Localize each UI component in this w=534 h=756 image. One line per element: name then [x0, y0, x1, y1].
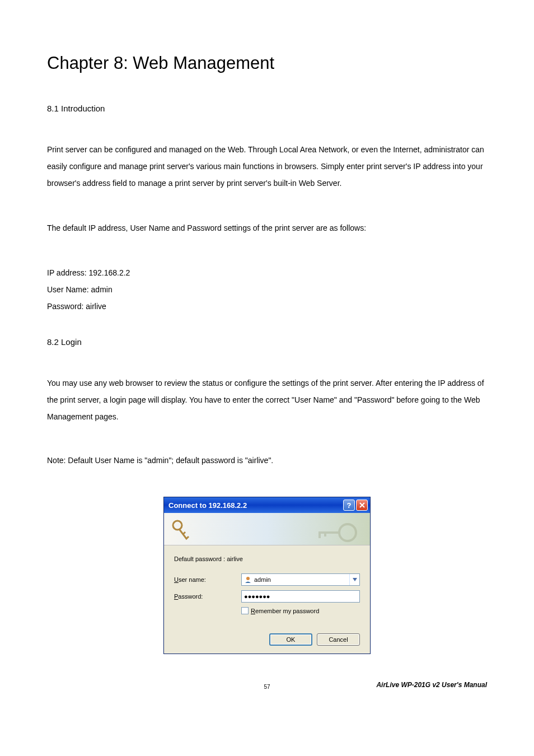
page-number: 57 — [0, 684, 534, 690]
password-label: Password: — [174, 593, 241, 600]
default-settings-block: IP address: 192.168.2.2 User Name: admin… — [47, 264, 487, 315]
help-button[interactable]: ? — [343, 500, 355, 511]
intro-paragraph-2: The default IP address, User Name and Pa… — [47, 220, 487, 236]
help-icon: ? — [347, 501, 352, 510]
login-dialog: Connect to 192.168.2.2 ? — [163, 497, 371, 654]
dialog-realm-text: Default password : airlive — [174, 556, 360, 562]
close-icon — [359, 501, 365, 510]
password-line: Password: airlive — [47, 298, 487, 315]
keyring-icon — [314, 519, 359, 545]
dialog-banner — [164, 513, 370, 545]
intro-paragraph-1: Print server can be configured and manag… — [47, 141, 487, 192]
keys-icon — [170, 517, 193, 541]
section-8-2-title: 8.2 Login — [47, 337, 487, 347]
ip-address-line: IP address: 192.168.2.2 — [47, 264, 487, 281]
username-line: User Name: admin — [47, 281, 487, 298]
chapter-title: Chapter 8: Web Management — [47, 53, 487, 73]
user-icon — [244, 576, 252, 584]
cancel-button[interactable]: Cancel — [317, 633, 360, 646]
remember-checkbox[interactable] — [241, 607, 249, 614]
section-8-1-title: 8.1 Introduction — [47, 104, 487, 113]
remember-label: Remember my password — [251, 608, 319, 614]
svg-point-1 — [339, 524, 356, 541]
dialog-titlebar[interactable]: Connect to 192.168.2.2 ? — [164, 497, 370, 513]
dialog-title: Connect to 192.168.2.2 — [168, 501, 342, 510]
ok-button[interactable]: OK — [269, 633, 312, 646]
login-note: Note: Default User Name is "admin"; defa… — [47, 452, 487, 469]
password-input[interactable] — [241, 590, 360, 603]
login-paragraph: You may use any web browser to review th… — [47, 375, 487, 425]
svg-point-2 — [246, 577, 250, 580]
username-input[interactable]: admin — [241, 573, 360, 586]
dropdown-arrow[interactable] — [349, 574, 359, 585]
svg-point-0 — [173, 521, 182, 530]
close-button[interactable] — [356, 500, 368, 511]
username-label: User name: — [174, 576, 241, 583]
username-value: admin — [254, 576, 349, 583]
